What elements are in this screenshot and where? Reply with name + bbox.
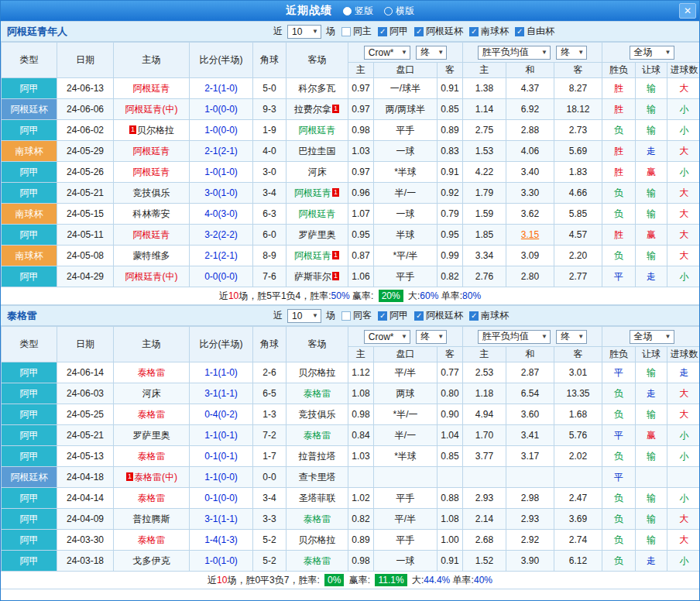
cell-goals-result: 大 xyxy=(667,404,700,425)
cell-corners: 3-4 xyxy=(253,183,287,204)
competition-checkbox[interactable]: 阿根廷杯 xyxy=(414,309,463,322)
team-name: 贝尔格拉 xyxy=(299,534,336,545)
avg-final-select-0[interactable]: 终 ▼ xyxy=(556,46,587,60)
cell-goals-result: 小 xyxy=(667,99,700,120)
cell-corners: 3-0 xyxy=(253,162,287,183)
cell-date: 24-05-08 xyxy=(57,246,114,266)
cell-corners: 8-9 xyxy=(253,246,287,266)
cell-avg-draw xyxy=(506,467,554,488)
cell-corners: 1-9 xyxy=(253,120,287,141)
cell-avg-away xyxy=(554,467,602,488)
competition-checkbox[interactable]: 同客 xyxy=(341,309,372,322)
cell-goals-result: 走 xyxy=(667,362,700,383)
sub-odds-away: 客 xyxy=(438,347,463,362)
match-row: 南球杯24-05-08蒙特维多2-1(2-1)8-9阿根廷青10.87*平/半0… xyxy=(2,246,700,266)
sub-avg-home: 主 xyxy=(463,347,506,362)
sub-odds-home: 主 xyxy=(348,347,374,362)
cell-result: 胜 xyxy=(602,99,636,120)
radio-selected-icon xyxy=(343,7,352,15)
cell-avg-away: 2.74 xyxy=(554,530,602,551)
summary-text: 50% xyxy=(331,290,350,301)
cell-score: 3-1(1-1) xyxy=(190,509,253,530)
checkbox-checked-icon xyxy=(515,27,524,36)
checkbox-unchecked-icon xyxy=(341,311,351,321)
avg-type-select-1[interactable]: 胜平负均值 ▼ xyxy=(478,330,551,344)
cell-score: 3-1(1-1) xyxy=(190,383,253,404)
cell-date: 24-06-14 xyxy=(57,362,114,383)
odds-final-select-0[interactable]: 终 ▼ xyxy=(416,46,447,60)
close-button[interactable]: ✕ xyxy=(679,3,696,19)
cell-result: 负 xyxy=(602,183,636,204)
cell-handicap-result: 赢 xyxy=(636,225,667,246)
cell-league: 阿甲 xyxy=(2,446,57,467)
team-name: 阿根廷青 xyxy=(133,146,170,156)
team-name-heading: 泰格雷 xyxy=(7,309,37,323)
cell-odds-away: 0.85 xyxy=(438,99,463,120)
cell-date: 24-05-15 xyxy=(57,204,114,225)
competition-checkbox[interactable]: 南球杯 xyxy=(469,25,509,38)
avg-type-select-0[interactable]: 胜平负均值 ▼ xyxy=(478,46,551,60)
avg-final-select-1[interactable]: 终 ▼ xyxy=(556,330,587,344)
cell-odds-away: 0.90 xyxy=(438,404,463,425)
radio-vertical-layout[interactable]: 竖版 xyxy=(343,5,373,18)
cell-date: 24-06-02 xyxy=(57,120,114,141)
team-name: 贝尔格拉 xyxy=(137,125,174,136)
match-row: 阿甲24-05-21竞技俱乐3-0(1-0)3-4阿根廷青10.96半/一0.9… xyxy=(2,183,700,204)
cell-league: 阿甲 xyxy=(2,488,57,509)
cell-handicap-result: 输 xyxy=(636,204,667,225)
match-count-value: 10 xyxy=(292,311,302,321)
col-score: 比分(半场) xyxy=(190,327,253,362)
team-name: 泰格雷 xyxy=(304,555,331,566)
competition-checkbox[interactable]: 自由杯 xyxy=(515,25,554,38)
odds-company-select-1[interactable]: Crow* ▼ xyxy=(364,330,410,344)
cell-goals-result xyxy=(667,467,700,488)
summary-text: 80% xyxy=(462,290,481,301)
chevron-down-icon: ▼ xyxy=(401,49,407,56)
cell-score: 0-1(0-0) xyxy=(190,488,253,509)
cell-odds-away: 0.79 xyxy=(438,204,463,225)
odds-final-select-1[interactable]: 终 ▼ xyxy=(416,330,447,344)
avg-type-value: 胜平负均值 xyxy=(482,330,529,343)
competition-checkbox[interactable]: 南球杯 xyxy=(469,309,509,322)
cell-league: 阿甲 xyxy=(2,551,57,572)
cell-avg-home: 3.34 xyxy=(463,246,506,266)
match-row: 南球杯24-05-15科林蒂安4-0(3-0)6-3阿根廷青1.07一球0.79… xyxy=(2,204,700,225)
radio-horizontal-layout[interactable]: 横版 xyxy=(384,5,414,18)
competition-checkbox[interactable]: 阿甲 xyxy=(378,309,408,322)
scope-select-0[interactable]: 全场 ▼ xyxy=(630,46,674,60)
cell-avg-home: 1.53 xyxy=(463,141,506,162)
cell-avg-away: 2.73 xyxy=(554,120,602,141)
competition-checkboxes-1: 同客阿甲阿根廷杯南球杯 xyxy=(341,309,513,322)
red-card-badge: 1 xyxy=(129,125,136,134)
cell-result: 负 xyxy=(602,530,636,551)
section-header-0: 阿根廷青年人 近 10 ▼ 场 同主阿甲阿根廷杯南球杯自由杯 xyxy=(1,21,699,42)
cell-league: 阿甲 xyxy=(2,162,57,183)
cell-handicap-result: 赢 xyxy=(636,162,667,183)
avg-type-value: 胜平负均值 xyxy=(482,46,529,59)
cell-away-team: 圣塔菲联 xyxy=(287,488,348,509)
scope-select-1[interactable]: 全场 ▼ xyxy=(630,330,674,344)
radio-unselected-icon xyxy=(384,7,393,15)
col-type: 类型 xyxy=(2,327,57,362)
cell-odds-home: 0.84 xyxy=(348,425,374,446)
match-count-select-1[interactable]: 10 ▼ xyxy=(287,309,321,323)
competition-checkbox[interactable]: 阿甲 xyxy=(378,25,408,38)
cell-score: 2-1(2-1) xyxy=(190,246,253,266)
section-header-1: 泰格雷 近 10 ▼ 场 同客阿甲阿根廷杯南球杯 xyxy=(1,305,699,326)
cell-handicap-result: 输 xyxy=(636,183,667,204)
col-type: 类型 xyxy=(2,43,57,78)
cell-handicap: *平/半 xyxy=(374,246,438,266)
sub-avg-away: 客 xyxy=(554,63,602,78)
competition-checkbox[interactable]: 阿根廷杯 xyxy=(414,25,463,38)
cell-away-team: 拉费尔拿1 xyxy=(287,99,348,120)
competition-checkbox[interactable]: 同主 xyxy=(341,25,372,38)
recent-results-window: 近期战绩 竖版 横版 ✕ 阿根廷青年人 近 10 ▼ 场 xyxy=(0,0,700,601)
cell-home-team: 泰格雷 xyxy=(114,404,190,425)
match-count-select-0[interactable]: 10 ▼ xyxy=(287,25,321,39)
odds-company-select-0[interactable]: Crow* ▼ xyxy=(364,46,410,60)
team-name: 巴拉圭国 xyxy=(299,146,336,156)
summary-text: 场，胜5平1负4，胜率: xyxy=(238,290,331,301)
col-date: 日期 xyxy=(57,43,114,78)
cell-odds-away: 0.80 xyxy=(438,383,463,404)
cell-odds-home: 0.98 xyxy=(348,404,374,425)
